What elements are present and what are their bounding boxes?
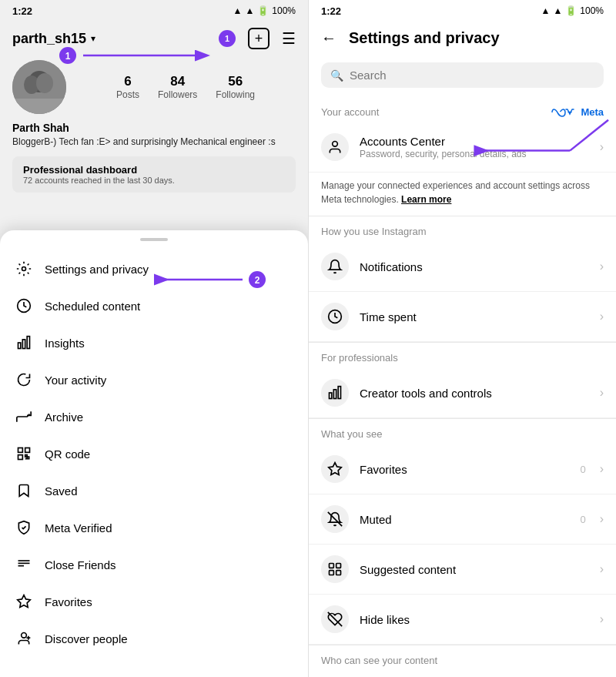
time-spent-item[interactable]: Time spent › bbox=[309, 292, 616, 342]
svg-rect-36 bbox=[336, 571, 341, 575]
svg-rect-10 bbox=[18, 448, 23, 453]
muted-item[interactable]: Muted 0 › bbox=[309, 494, 616, 545]
accounts-center-icon bbox=[321, 133, 349, 161]
search-input[interactable] bbox=[350, 69, 594, 82]
favorites-settings-text: Favorites bbox=[360, 463, 569, 476]
stat-posts[interactable]: 6 Posts bbox=[116, 74, 139, 100]
profile-actions: 1 + ☰ bbox=[219, 28, 296, 49]
bottom-sheet: Settings and privacy Scheduled content I… bbox=[0, 230, 308, 677]
add-button[interactable]: + bbox=[248, 28, 270, 49]
favorites-count: 0 bbox=[580, 464, 585, 475]
right-wifi-icon: ▲ bbox=[553, 5, 562, 16]
saved-label: Saved bbox=[45, 484, 78, 498]
insights-icon bbox=[15, 334, 32, 351]
notifications-text: Notifications bbox=[360, 260, 589, 273]
time-spent-icon bbox=[321, 303, 349, 330]
muted-chevron: › bbox=[600, 512, 604, 526]
favorites-item[interactable]: Favorites 0 › bbox=[309, 444, 616, 494]
suggested-content-icon bbox=[321, 555, 349, 583]
stat-following[interactable]: 56 Following bbox=[216, 74, 255, 100]
hamburger-menu[interactable]: ☰ bbox=[282, 29, 296, 48]
menu-item-qrcode[interactable]: QR code bbox=[0, 435, 308, 472]
time-spent-title: Time spent bbox=[360, 310, 589, 323]
accounts-center-text: Accounts Center Password, security, pers… bbox=[360, 135, 589, 159]
svg-rect-34 bbox=[336, 564, 341, 568]
close-friends-label: Close Friends bbox=[45, 558, 116, 571]
notifications-chevron: › bbox=[600, 260, 604, 273]
time-spent-text: Time spent bbox=[360, 310, 589, 323]
following-label: Following bbox=[216, 89, 255, 100]
profile-stats-row: 6 Posts 84 Followers 56 Following bbox=[12, 60, 296, 114]
learn-more-link[interactable]: Learn more bbox=[401, 194, 451, 205]
section-label-account: Your account Meta bbox=[309, 97, 616, 122]
menu-item-scheduled[interactable]: Scheduled content bbox=[0, 287, 308, 324]
qrcode-icon bbox=[15, 445, 32, 462]
creator-tools-icon bbox=[321, 379, 349, 407]
notifications-icon bbox=[321, 253, 349, 280]
menu-item-verified[interactable]: Meta Verified bbox=[0, 509, 308, 546]
following-count: 56 bbox=[228, 74, 243, 89]
right-battery-pct: 100% bbox=[580, 5, 604, 16]
username: parth_sh15 bbox=[12, 31, 86, 47]
right-battery-icon: 🔋 bbox=[565, 5, 577, 16]
notification-badge-1[interactable]: 1 bbox=[219, 30, 236, 47]
menu-item-close-friends[interactable]: Close Friends bbox=[0, 546, 308, 583]
stats: 6 Posts 84 Followers 56 Following bbox=[75, 74, 296, 100]
hide-likes-icon bbox=[321, 605, 349, 633]
hide-likes-text: Hide likes bbox=[360, 613, 589, 626]
search-bar[interactable]: 🔍 bbox=[321, 62, 604, 88]
menu-item-activity[interactable]: Your activity bbox=[0, 361, 308, 398]
menu-item-insights[interactable]: Insights bbox=[0, 324, 308, 361]
svg-marker-16 bbox=[18, 595, 31, 608]
professional-dashboard[interactable]: Professional dashboard 72 accounts reach… bbox=[12, 156, 296, 193]
menu-item-discover[interactable]: Discover people bbox=[0, 620, 308, 657]
profile-header: parth_sh15 ▾ 1 + ☰ 6 bbox=[0, 22, 308, 202]
posts-label: Posts bbox=[116, 89, 139, 100]
suggested-content-item[interactable]: Suggested content › bbox=[309, 545, 616, 595]
svg-point-3 bbox=[36, 73, 53, 93]
right-title: Settings and privacy bbox=[349, 29, 500, 47]
settings-content: Your account Meta Accounts Center Passwo… bbox=[309, 97, 616, 677]
activity-label: Your activity bbox=[45, 374, 106, 387]
creator-tools-item[interactable]: Creator tools and controls › bbox=[309, 368, 616, 418]
archive-label: Archive bbox=[45, 411, 83, 424]
svg-rect-9 bbox=[27, 337, 29, 349]
svg-rect-8 bbox=[22, 340, 25, 349]
accounts-center-chevron: › bbox=[600, 140, 604, 154]
svg-point-26 bbox=[333, 142, 338, 147]
left-status-icons: ▲ ▲ 🔋 100% bbox=[233, 5, 296, 16]
svg-rect-12 bbox=[18, 455, 23, 460]
right-status-icons: ▲ ▲ 🔋 100% bbox=[541, 5, 604, 16]
menu-item-saved[interactable]: Saved bbox=[0, 472, 308, 509]
scheduled-icon bbox=[15, 297, 32, 314]
left-time: 1:22 bbox=[12, 5, 32, 17]
verified-icon bbox=[15, 519, 32, 536]
hide-likes-item[interactable]: Hide likes › bbox=[309, 595, 616, 645]
accounts-center-title: Accounts Center bbox=[360, 135, 589, 148]
svg-rect-30 bbox=[338, 387, 340, 399]
profile-top-row: parth_sh15 ▾ 1 + ☰ bbox=[12, 28, 296, 49]
dashboard-subtitle: 72 accounts reached in the last 30 days. bbox=[23, 176, 285, 185]
battery-icon: 🔋 bbox=[257, 5, 269, 16]
back-button[interactable]: ← bbox=[321, 29, 336, 47]
stat-followers[interactable]: 84 Followers bbox=[158, 74, 197, 100]
menu-item-favorites[interactable]: Favorites bbox=[0, 583, 308, 620]
menu-item-settings[interactable]: Settings and privacy bbox=[0, 250, 308, 287]
creator-tools-text: Creator tools and controls bbox=[360, 387, 589, 400]
favorites-menu-label: Favorites bbox=[45, 595, 92, 608]
posts-count: 6 bbox=[124, 74, 131, 89]
favorites-settings-title: Favorites bbox=[360, 463, 569, 476]
hide-likes-chevron: › bbox=[600, 612, 604, 626]
menu-item-archive[interactable]: Archive bbox=[0, 398, 308, 435]
favorites-settings-icon bbox=[321, 455, 349, 483]
creator-tools-chevron: › bbox=[600, 386, 604, 400]
dropdown-icon[interactable]: ▾ bbox=[91, 33, 95, 44]
muted-text: Muted bbox=[360, 513, 569, 526]
right-panel: 1:22 ▲ ▲ 🔋 100% ← Settings and privacy 🔍… bbox=[308, 0, 616, 677]
accounts-center-item[interactable]: Accounts Center Password, security, pers… bbox=[309, 122, 616, 173]
wifi-icon: ▲ bbox=[245, 5, 254, 16]
notifications-item[interactable]: Notifications › bbox=[309, 242, 616, 292]
followers-label: Followers bbox=[158, 89, 197, 100]
sheet-handle bbox=[140, 238, 168, 241]
left-panel: 1:22 ▲ ▲ 🔋 100% parth_sh15 ▾ 1 + ☰ bbox=[0, 0, 308, 677]
